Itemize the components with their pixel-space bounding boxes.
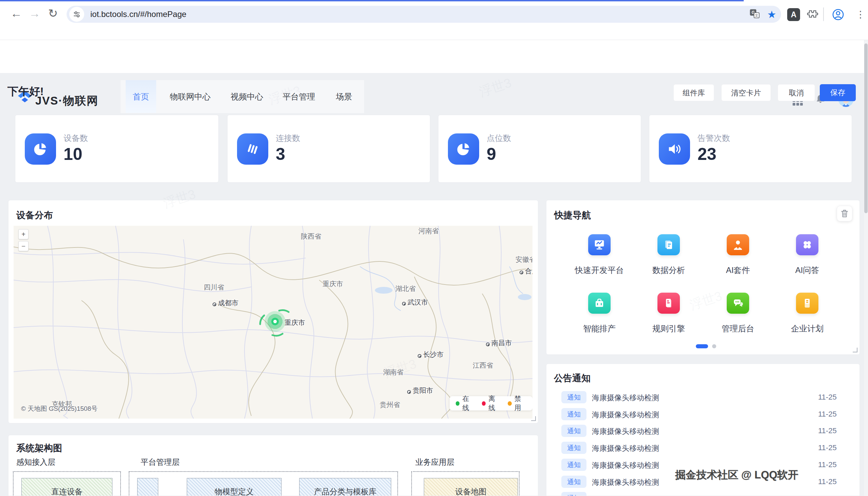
profile-icon[interactable] bbox=[831, 8, 845, 23]
delete-card-button[interactable] bbox=[837, 206, 852, 221]
translate-icon[interactable]: G文 bbox=[749, 8, 760, 21]
quick-nav-item-ai-qa[interactable] bbox=[796, 234, 818, 255]
document-lines-icon bbox=[662, 297, 675, 310]
map-province-label: 陕西省 bbox=[301, 232, 321, 241]
notice-badge: 通知 bbox=[561, 492, 587, 496]
notice-text[interactable]: 海康摄像头移动检测 bbox=[592, 393, 659, 403]
resize-handle[interactable] bbox=[531, 416, 536, 421]
speaker-icon bbox=[659, 134, 690, 165]
cancel-button[interactable]: 取消 bbox=[778, 84, 815, 101]
tab-home[interactable]: 首页 bbox=[126, 80, 156, 113]
notice-text[interactable]: 海康摄像头移动检测 bbox=[592, 460, 659, 470]
notice-text[interactable]: 海康摄像头移动检测 bbox=[592, 410, 659, 420]
quick-nav-title: 快捷导航 bbox=[554, 209, 591, 221]
layer-label-perception: 感知接入层 bbox=[16, 457, 55, 467]
carousel-page-dot[interactable] bbox=[712, 344, 716, 348]
arch-box-unlabeled[interactable] bbox=[137, 478, 158, 496]
quick-nav-item-devplatform[interactable] bbox=[588, 234, 610, 255]
map-zoom-in-button[interactable]: + bbox=[18, 229, 29, 239]
layer-label-business: 业务应用层 bbox=[415, 457, 454, 467]
notice-text[interactable]: 海康摄像头移动检测 bbox=[592, 477, 659, 487]
tab-scene[interactable]: 场景 bbox=[325, 80, 363, 113]
address-bar[interactable]: iot.bctools.cn/#/homePage G文 ★ bbox=[66, 6, 781, 23]
component-library-button[interactable]: 组件库 bbox=[673, 84, 714, 101]
quick-nav-item-admin[interactable] bbox=[727, 293, 749, 314]
quick-nav-label[interactable]: 企业计划 bbox=[770, 323, 844, 334]
notice-row-partial[interactable]: 通知 bbox=[546, 492, 860, 496]
map-province-label: 重庆市 bbox=[323, 279, 343, 289]
map-city-label: 武汉市 bbox=[407, 298, 428, 307]
toolbox-icon bbox=[593, 297, 606, 310]
map-province-label: 四川省 bbox=[204, 283, 224, 292]
pie-chart-icon bbox=[25, 134, 56, 165]
browser-menu-icon[interactable]: ⋮ bbox=[854, 3, 867, 26]
site-info-icon[interactable] bbox=[69, 7, 84, 22]
online-device-marker[interactable] bbox=[264, 311, 286, 332]
map-city-label: 贵阳市 bbox=[413, 386, 433, 395]
stat-card-connections: 连接数 3 bbox=[227, 115, 430, 183]
quick-nav-label[interactable]: AI套件 bbox=[701, 265, 775, 276]
map-card-title: 设备分布 bbox=[16, 209, 53, 221]
quick-nav-item-analytics[interactable] bbox=[657, 234, 680, 255]
arch-box-thing-model[interactable]: 物模型定义 bbox=[187, 478, 281, 496]
monitor-chart-icon bbox=[593, 238, 606, 251]
quick-nav-item-scheduling[interactable] bbox=[588, 293, 610, 314]
quick-nav-item-enterprise-plan[interactable] bbox=[796, 293, 818, 314]
notice-row[interactable]: 通知 海康摄像头移动检测 11-25 bbox=[546, 408, 860, 422]
notice-badge: 通知 bbox=[561, 391, 587, 403]
quick-nav-label[interactable]: AI问答 bbox=[770, 265, 844, 276]
map-zoom-out-button[interactable]: − bbox=[18, 241, 29, 251]
quick-nav-item-ai-suite[interactable] bbox=[727, 234, 749, 255]
forward-icon[interactable]: → bbox=[27, 1, 42, 25]
url-text[interactable]: iot.bctools.cn/#/homePage bbox=[90, 6, 186, 23]
clear-cards-button[interactable]: 清空卡片 bbox=[721, 84, 771, 101]
page-scrollbar-thumb[interactable] bbox=[864, 44, 868, 213]
pie-chart-icon bbox=[448, 134, 479, 165]
notice-row[interactable]: 通知 海康摄像头移动检测 11-25 bbox=[546, 425, 860, 438]
carousel-page-active[interactable] bbox=[696, 344, 708, 348]
stat-card-alarms: 告警次数 23 bbox=[649, 115, 852, 183]
arch-box-direct-device[interactable]: 直连设备 bbox=[21, 478, 112, 496]
main-nav: 首页 物联网中心 视频中心 平台管理 场景 bbox=[121, 80, 364, 113]
map-city-label: 南昌市 bbox=[491, 339, 512, 347]
map-province-label: 安徽省 bbox=[515, 255, 532, 264]
svg-text:文: 文 bbox=[755, 14, 758, 17]
legend-online: 在线 bbox=[456, 394, 475, 413]
site-watermark: 掘金技术社区 @ LQQ软开 bbox=[675, 468, 799, 482]
map-province-label: 江西省 bbox=[473, 361, 493, 370]
notice-text[interactable]: 海康摄像头移动检测 bbox=[592, 444, 659, 453]
notice-badge: 通知 bbox=[561, 442, 587, 454]
app-header: JVS·物联网 首页 物联网中心 视频中心 平台管理 场景 bbox=[0, 40, 868, 73]
tab-iot-center[interactable]: 物联网中心 bbox=[156, 80, 224, 113]
city-marker bbox=[402, 302, 406, 306]
tab-video-center[interactable]: 视频中心 bbox=[220, 80, 274, 113]
map-status-legend: 在线 离线 禁用 bbox=[450, 396, 532, 410]
back-icon[interactable]: ← bbox=[9, 1, 24, 25]
quick-nav-label[interactable]: 规则引擎 bbox=[631, 323, 706, 334]
quick-nav-label[interactable]: 快速开发平台 bbox=[562, 265, 637, 276]
architecture-title: 系统架构图 bbox=[16, 442, 62, 454]
notice-row[interactable]: 通知 海康摄像头移动检测 11-25 bbox=[546, 442, 860, 455]
slashes-icon bbox=[237, 134, 268, 165]
map-city-label: 重庆市 bbox=[284, 318, 305, 327]
quick-nav-label[interactable]: 数据分析 bbox=[631, 265, 706, 276]
city-marker bbox=[486, 343, 490, 346]
bookmark-star-icon[interactable]: ★ bbox=[767, 9, 776, 20]
device-map[interactable]: + − 陕西省 河南省 安徽省 四川省 重庆市 湖北省 湖南省 江西省 贵州省 … bbox=[14, 226, 532, 419]
quick-nav-label[interactable]: 管理后台 bbox=[701, 323, 775, 334]
stat-value: 3 bbox=[276, 144, 285, 164]
notice-text[interactable]: 海康摄像头移动检测 bbox=[592, 427, 659, 437]
save-button[interactable]: 保存 bbox=[820, 84, 856, 101]
architecture-card: 系统架构图 感知接入层 平台管理层 业务应用层 直连设备 物模型定义 产品分类与… bbox=[8, 435, 538, 496]
quick-nav-item-rules[interactable] bbox=[657, 293, 680, 314]
extensions-puzzle-icon[interactable] bbox=[806, 8, 818, 22]
city-marker bbox=[407, 390, 411, 394]
reload-icon[interactable]: ↻ bbox=[46, 1, 60, 25]
extension-a-icon[interactable]: A bbox=[787, 8, 800, 21]
arch-box-product-library[interactable]: 产品分类与模板库 bbox=[299, 478, 391, 496]
notice-row[interactable]: 通知 海康摄像头移动检测 11-25 bbox=[546, 391, 860, 405]
arch-box-device-map[interactable]: 设备地图 bbox=[424, 478, 518, 496]
quick-nav-label[interactable]: 智能排产 bbox=[562, 323, 637, 334]
stat-value: 10 bbox=[63, 144, 82, 164]
resize-handle[interactable] bbox=[853, 347, 857, 352]
